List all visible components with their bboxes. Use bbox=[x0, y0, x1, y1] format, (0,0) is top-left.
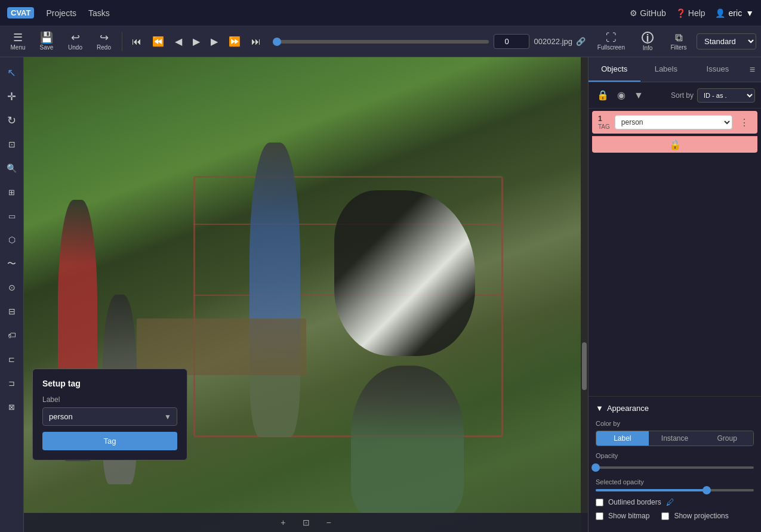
frame-number-input[interactable] bbox=[494, 34, 529, 49]
object-label-select[interactable]: person cow table bbox=[615, 115, 732, 129]
scrollbar-thumb[interactable] bbox=[582, 342, 587, 390]
canvas-bottom-bar: + ⊡ − bbox=[24, 513, 588, 532]
polyline-tool-button[interactable]: 〜 bbox=[1, 253, 23, 274]
tab-objects[interactable]: Objects bbox=[589, 57, 640, 82]
panel-tabs: Objects Labels Issues ≡ bbox=[589, 57, 761, 82]
search-tool-button[interactable]: 🔍 bbox=[1, 157, 23, 179]
object-lock-icon: 🔒 bbox=[669, 139, 681, 150]
appearance-title: Appearance bbox=[607, 404, 649, 413]
last-frame-button[interactable]: ⏭ bbox=[247, 33, 266, 51]
sort-by-select[interactable]: ID - as . ID - desc. Label - asc. Label … bbox=[697, 88, 755, 103]
cuboid-tool-button[interactable]: ⊟ bbox=[1, 301, 23, 322]
tag-tool-button[interactable]: 🏷 bbox=[1, 324, 23, 346]
github-link[interactable]: ⚙ GitHub bbox=[630, 8, 666, 18]
outlined-borders-color-icon[interactable]: 🖊 bbox=[666, 497, 674, 507]
point-tool-button[interactable]: ⊙ bbox=[1, 277, 23, 298]
hide-all-button[interactable]: ◉ bbox=[615, 87, 628, 103]
user-menu[interactable]: 👤 eric ▼ bbox=[715, 8, 754, 18]
fit-button[interactable]: ⊡ bbox=[298, 515, 315, 530]
rectangle-tool-button[interactable]: ▭ bbox=[1, 205, 23, 227]
appearance-section: ▼ Appearance Color by Label Instance Gro… bbox=[589, 396, 761, 532]
selected-opacity-label: Selected opacity bbox=[596, 478, 754, 485]
frame-extra-button[interactable]: ⊠ bbox=[1, 396, 23, 417]
menu-button[interactable]: ☰ Menu bbox=[5, 30, 31, 53]
tag-button[interactable]: Tag bbox=[42, 432, 177, 450]
object-item: 1 TAG person cow table ⋮ bbox=[592, 111, 757, 134]
app-logo: CVAT bbox=[7, 7, 34, 18]
selected-opacity-row: Selected opacity bbox=[596, 478, 754, 491]
info-icon: i bbox=[642, 32, 654, 44]
filter-dropdown-button[interactable]: ▼ bbox=[631, 88, 646, 103]
toolbar-right-controls: ⛶ Fullscreen i Info ⧉ Filters Standard 3… bbox=[593, 29, 756, 54]
help-link[interactable]: ❓ Help bbox=[676, 8, 705, 18]
rotate-tool-button[interactable]: ↻ bbox=[1, 110, 23, 131]
top-nav: Projects Tasks bbox=[46, 8, 109, 18]
opacity-thumb[interactable] bbox=[591, 463, 600, 472]
redo-icon: ↪ bbox=[100, 32, 109, 43]
color-by-buttons: Label Instance Group bbox=[596, 431, 754, 446]
ai-tools-button[interactable]: ⊏ bbox=[1, 348, 23, 370]
top-navigation: CVAT Projects Tasks ⚙ GitHub ❓ Help 👤 er… bbox=[0, 0, 761, 26]
canvas-area[interactable]: Setup tag Label person cow table ▼ Tag bbox=[24, 57, 588, 532]
toolbar-separator-1 bbox=[122, 32, 122, 51]
redo-button[interactable]: ↪ Redo bbox=[91, 30, 117, 53]
zoom-out-button[interactable]: − bbox=[322, 515, 336, 530]
show-projections-checkbox[interactable] bbox=[661, 512, 669, 520]
undo-icon: ↩ bbox=[71, 32, 80, 43]
copy-link-icon[interactable]: 🔗 bbox=[576, 37, 586, 46]
zoom-in-button[interactable]: + bbox=[276, 515, 290, 530]
right-panel: Objects Labels Issues ≡ 🔒 ◉ ▼ Sort by ID… bbox=[588, 57, 761, 532]
frame-navigation: ⏮ ⏪ ◀ ▶ ▶ ⏩ ⏭ bbox=[127, 32, 266, 51]
progress-bar[interactable] bbox=[273, 40, 489, 44]
color-by-instance-button[interactable]: Instance bbox=[649, 431, 701, 446]
annotation-canvas[interactable]: Setup tag Label person cow table ▼ Tag bbox=[24, 57, 588, 532]
group-tool-button[interactable]: ⊞ bbox=[1, 181, 23, 203]
prev-frame-button[interactable]: ◀ bbox=[170, 32, 187, 51]
label-select-wrapper: person cow table ▼ bbox=[42, 407, 177, 426]
polygon-tool-button[interactable]: ⬡ bbox=[1, 229, 23, 250]
nav-tasks[interactable]: Tasks bbox=[88, 8, 110, 18]
extra-tools-button[interactable]: ⊐ bbox=[1, 372, 23, 394]
filters-button[interactable]: ⧉ Filters bbox=[666, 30, 692, 53]
person1-silhouette bbox=[249, 143, 300, 437]
save-button[interactable]: 💾 Save bbox=[33, 30, 60, 53]
next-chunk-button[interactable]: ⏩ bbox=[224, 32, 245, 51]
appearance-header[interactable]: ▼ Appearance bbox=[596, 404, 754, 413]
show-bitmap-label: Show bitmap bbox=[608, 512, 649, 520]
undo-button[interactable]: ↩ Undo bbox=[62, 30, 88, 53]
setup-tag-popup: Setup tag Label person cow table ▼ Tag bbox=[32, 369, 187, 460]
lock-all-button[interactable]: 🔒 bbox=[594, 87, 611, 103]
first-frame-button[interactable]: ⏮ bbox=[127, 33, 146, 51]
fullscreen-button[interactable]: ⛶ Fullscreen bbox=[593, 30, 630, 53]
next-frame-button[interactable]: ▶ bbox=[206, 32, 223, 51]
object-more-button[interactable]: ⋮ bbox=[737, 117, 751, 128]
menu-icon: ☰ bbox=[13, 32, 23, 43]
label-select[interactable]: person cow table bbox=[42, 407, 177, 426]
cursor-tool-button[interactable]: ↖ bbox=[1, 62, 23, 83]
crop-tool-button[interactable]: ⊡ bbox=[1, 134, 23, 155]
selected-opacity-slider[interactable] bbox=[596, 489, 754, 491]
move-tool-button[interactable]: ✛ bbox=[1, 86, 23, 107]
annotation-toolbar: ☰ Menu 💾 Save ↩ Undo ↪ Redo ⏮ ⏪ ◀ ▶ ▶ ⏩ … bbox=[0, 26, 761, 57]
selected-opacity-thumb[interactable] bbox=[703, 486, 711, 494]
nav-projects[interactable]: Projects bbox=[46, 8, 76, 18]
object-lock-row: 🔒 bbox=[592, 136, 757, 153]
panel-extra-button[interactable]: ≡ bbox=[744, 57, 761, 82]
opacity-slider[interactable] bbox=[596, 463, 754, 472]
appearance-chevron-icon: ▼ bbox=[596, 404, 603, 413]
view-mode-select[interactable]: Standard 3D bbox=[697, 33, 756, 50]
filename-display: 002022.jpg 🔗 bbox=[534, 37, 586, 46]
color-by-group-button[interactable]: Group bbox=[701, 431, 753, 446]
show-bitmap-row: Show bitmap Show projections bbox=[596, 512, 754, 520]
canvas-vertical-scrollbar[interactable] bbox=[581, 57, 588, 532]
topnav-right: ⚙ GitHub ❓ Help 👤 eric ▼ bbox=[630, 8, 754, 18]
tab-labels[interactable]: Labels bbox=[640, 57, 692, 82]
cow-silhouette bbox=[334, 190, 475, 357]
outlined-borders-checkbox[interactable] bbox=[596, 499, 603, 506]
info-button[interactable]: i Info bbox=[634, 29, 661, 54]
color-by-label-button[interactable]: Label bbox=[596, 431, 649, 446]
tab-issues[interactable]: Issues bbox=[692, 57, 744, 82]
play-button[interactable]: ▶ bbox=[188, 32, 205, 51]
prev-chunk-button[interactable]: ⏪ bbox=[147, 32, 169, 51]
show-bitmap-checkbox[interactable] bbox=[596, 512, 603, 520]
